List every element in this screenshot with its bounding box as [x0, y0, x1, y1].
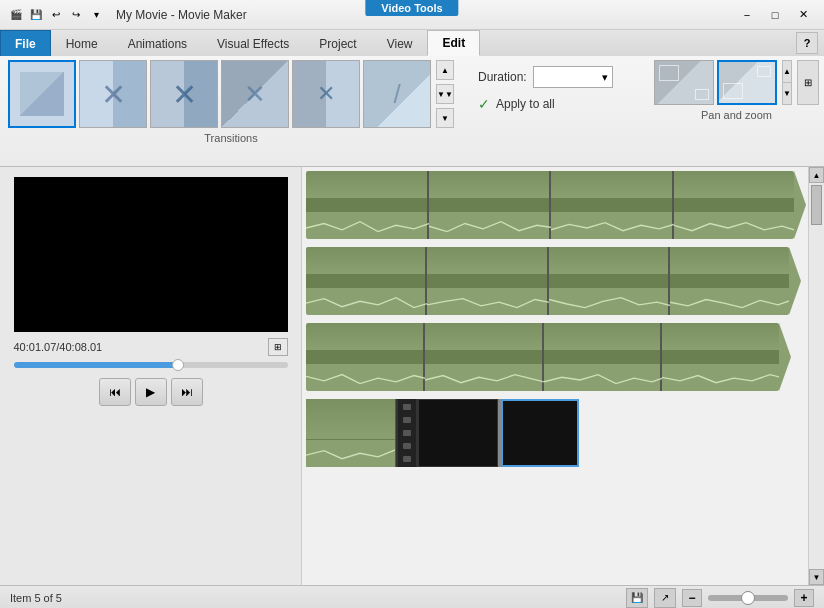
- transition-scroll-arrows: ▲ ▼▼ ▼: [436, 60, 454, 128]
- redo-quick-icon[interactable]: ↪: [68, 7, 84, 23]
- undo-quick-icon[interactable]: ↩: [48, 7, 64, 23]
- pan-zoom-thumbs: ▲ ▼ ⊞: [654, 60, 819, 105]
- pan-zoom-scroll: ▲ ▼: [782, 60, 792, 105]
- ribbon-body: ✕ ✕ ✕ ✕ /: [0, 56, 824, 166]
- duration-label: Duration:: [478, 70, 527, 84]
- transition-none[interactable]: [8, 60, 76, 128]
- tab-file[interactable]: File: [0, 30, 51, 56]
- fullscreen-button[interactable]: ⊞: [268, 338, 288, 356]
- status-bar: Item 5 of 5 💾 ↗ − +: [0, 585, 824, 608]
- clip-row-2: [306, 247, 804, 315]
- ribbon: File Home Animations Visual Effects Proj…: [0, 30, 824, 167]
- playback-controls: ⏮ ▶ ⏭: [99, 378, 203, 406]
- main-area: 40:01.07/40:08.01 ⊞ ⏮ ▶ ⏭: [0, 167, 824, 585]
- tab-view[interactable]: View: [372, 30, 428, 56]
- time-display: 40:01.07/40:08.01 ⊞: [14, 338, 288, 356]
- duration-dropdown[interactable]: ▾: [533, 66, 613, 88]
- clip-black-2-selected[interactable]: [501, 399, 579, 467]
- tab-project[interactable]: Project: [304, 30, 371, 56]
- pan-zoom-extra-btn[interactable]: ⊞: [797, 60, 819, 105]
- maximize-button[interactable]: □: [762, 5, 788, 25]
- pan-zoom-label: Pan and zoom: [654, 109, 819, 121]
- duration-arrow-icon: ▾: [602, 71, 608, 84]
- transition-scroll-expand[interactable]: ▼▼: [436, 84, 454, 104]
- pan-zoom-scroll-up[interactable]: ▲: [782, 60, 792, 83]
- apply-check-icon: ✓: [478, 96, 490, 112]
- close-button[interactable]: ✕: [790, 5, 816, 25]
- transition-cross1[interactable]: ✕: [150, 60, 218, 128]
- transition-fade[interactable]: /: [363, 60, 431, 128]
- timeline-clips: [302, 167, 824, 585]
- title-bar: 🎬 💾 ↩ ↪ ▾ My Movie - Movie Maker Video T…: [0, 0, 824, 30]
- window-controls: − □ ✕: [734, 5, 816, 25]
- clip-row-1: [306, 171, 804, 239]
- apply-to-all-row[interactable]: ✓ Apply to all: [478, 96, 622, 112]
- video-tools-badge: Video Tools: [365, 0, 458, 16]
- seek-bar[interactable]: [14, 362, 288, 368]
- scroll-up-btn[interactable]: ▲: [809, 167, 824, 183]
- play-button[interactable]: ▶: [135, 378, 167, 406]
- clip-row-3: [306, 323, 804, 391]
- save-project-icon[interactable]: 💾: [626, 588, 648, 608]
- clip-3[interactable]: [306, 323, 779, 391]
- transitions-label: Transitions: [8, 132, 454, 144]
- ribbon-tabs: File Home Animations Visual Effects Proj…: [0, 30, 824, 56]
- item-count: Item 5 of 5: [10, 592, 62, 604]
- save-quick-icon[interactable]: 💾: [28, 7, 44, 23]
- pan-zoom-scroll-down[interactable]: ▼: [782, 83, 792, 105]
- zoom-out-button[interactable]: −: [682, 589, 702, 607]
- app-icon: 🎬: [8, 7, 24, 23]
- scroll-down-btn[interactable]: ▼: [809, 569, 824, 585]
- tab-animations[interactable]: Animations: [113, 30, 202, 56]
- tab-edit[interactable]: Edit: [427, 30, 480, 56]
- zoom-slider[interactable]: [708, 595, 788, 601]
- clip-2[interactable]: [306, 247, 789, 315]
- preview-panel: 40:01.07/40:08.01 ⊞ ⏮ ▶ ⏭: [0, 167, 302, 585]
- zoom-slider-thumb[interactable]: [741, 591, 755, 605]
- transition-cross2[interactable]: ✕: [221, 60, 289, 128]
- transition-diagonal[interactable]: ✕: [79, 60, 147, 128]
- pan-zoom-thumb-1[interactable]: [654, 60, 714, 105]
- transition-scroll-up[interactable]: ▲: [436, 60, 454, 80]
- duration-row: Duration: ▾: [478, 66, 622, 88]
- pan-zoom-thumb-2[interactable]: [717, 60, 777, 105]
- clip-black-1: [418, 399, 498, 467]
- zoom-in-button[interactable]: +: [794, 589, 814, 607]
- help-button[interactable]: ?: [796, 32, 818, 54]
- tab-home[interactable]: Home: [51, 30, 113, 56]
- clip-4[interactable]: [306, 399, 804, 467]
- dropdown-quick-icon[interactable]: ▾: [88, 7, 104, 23]
- clip-row-4: [306, 399, 804, 467]
- duration-section: Duration: ▾ ✓ Apply to all: [470, 60, 630, 162]
- window-title: My Movie - Movie Maker: [116, 8, 247, 22]
- transition-thumbs: ✕ ✕ ✕ ✕ /: [8, 60, 454, 128]
- fast-forward-button[interactable]: ⏭: [171, 378, 203, 406]
- transition-cross3[interactable]: ✕: [292, 60, 360, 128]
- minimize-button[interactable]: −: [734, 5, 760, 25]
- seek-thumb[interactable]: [172, 359, 184, 371]
- timeline-area: ▲ ▼: [302, 167, 824, 585]
- tab-visual-effects[interactable]: Visual Effects: [202, 30, 304, 56]
- timeline-scrollbar: ▲ ▼: [808, 167, 824, 585]
- pan-zoom-section: ▲ ▼ ⊞ Pan and zoom: [654, 60, 819, 162]
- preview-screen: [14, 177, 288, 332]
- share-icon[interactable]: ↗: [654, 588, 676, 608]
- clip-green-segment: [306, 399, 396, 467]
- filmstrip-segment: [396, 399, 418, 467]
- clip-1[interactable]: [306, 171, 794, 239]
- apply-to-all-label: Apply to all: [496, 97, 555, 111]
- scroll-track: [809, 183, 824, 569]
- zoom-controls: 💾 ↗ − +: [626, 588, 814, 608]
- title-bar-left: 🎬 💾 ↩ ↪ ▾ My Movie - Movie Maker: [8, 7, 247, 23]
- time-text: 40:01.07/40:08.01: [14, 341, 103, 353]
- rewind-button[interactable]: ⏮: [99, 378, 131, 406]
- scroll-thumb[interactable]: [811, 185, 822, 225]
- transitions-section: ✕ ✕ ✕ ✕ /: [8, 60, 454, 162]
- transition-scroll-down[interactable]: ▼: [436, 108, 454, 128]
